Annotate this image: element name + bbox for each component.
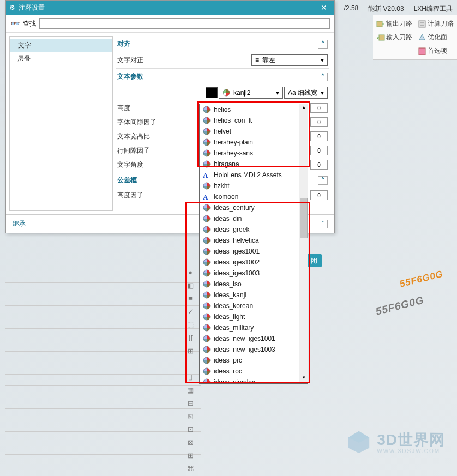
tool-icon[interactable]: ⊠ (186, 438, 195, 447)
font-option[interactable]: AHoloLens MDL2 Assets (200, 170, 308, 180)
tool-icon[interactable]: ⬚ (186, 321, 195, 329)
category-item-text[interactable]: 文字 (10, 39, 112, 52)
tool-icon[interactable]: ⊞ (186, 347, 195, 356)
chevron-up-icon[interactable]: ˄ (318, 176, 328, 185)
font-option[interactable]: hiragana (200, 159, 308, 170)
ribbon-input-toolpath[interactable]: 输入刀路 (375, 32, 413, 43)
scroll-thumb[interactable] (300, 198, 308, 238)
font-option[interactable]: ideas_kanji (200, 290, 308, 300)
font-option[interactable]: helios (200, 104, 308, 115)
ribbon-preferences[interactable]: 首选项 (417, 46, 455, 56)
nengxin-version: 能新 V20.03 (368, 4, 404, 14)
inherit-label: 继承 (13, 219, 26, 228)
ribbon-optimize-face[interactable]: 优化面 (417, 32, 455, 43)
dialog-titlebar[interactable]: ⚙ 注释设置 ✕ (6, 1, 334, 15)
align-left-icon: ≡ (255, 56, 259, 64)
ribbon-calc-toolpath[interactable]: 计算刀路 (417, 19, 455, 29)
font-option[interactable]: Aicomoon (200, 191, 308, 202)
dropdown-scrollbar[interactable]: ▴ ▾ (299, 104, 308, 383)
tool-icon[interactable]: ⊟ (186, 399, 195, 408)
tool-icon[interactable]: ⊞ (186, 451, 195, 460)
vertical-tool-strip: ●◧≡✓⬚⮃⊞≣⌷▦⊟⎘⊡⊠⊞⌘⊞⊡ (184, 268, 196, 476)
search-row: 👓 查找 (6, 15, 334, 33)
svg-rect-1 (419, 21, 425, 27)
font-option[interactable]: ideas_new_iges1001 (200, 333, 308, 344)
category-tree[interactable]: 文字 层叠 (9, 36, 113, 211)
close-button[interactable]: 闭 (306, 254, 322, 267)
font-option[interactable]: hershey-plain (200, 137, 308, 148)
font-option[interactable]: ideas_new_iges1003 (200, 344, 308, 355)
font-option[interactable]: ideas_century (200, 202, 308, 213)
tool-icon[interactable]: ⌷ (186, 373, 195, 382)
chevron-up-icon[interactable]: ˄ (318, 73, 328, 81)
text-align-select[interactable]: ≡ 靠左 ▾ (251, 54, 328, 66)
select-value: Aa 细线宽 (288, 88, 317, 98)
font-name: icomoon (214, 193, 238, 201)
tool-icon[interactable]: ✓ (186, 308, 195, 316)
chevron-down-icon[interactable]: ˅ (318, 220, 328, 228)
font-option[interactable]: ideas_military (200, 322, 308, 333)
category-item-layer[interactable]: 层叠 (10, 52, 112, 65)
font-name: ideas_new_iges1003 (214, 346, 275, 353)
font-option[interactable]: hershey-sans (200, 148, 308, 159)
tool-icon[interactable]: ⊡ (186, 425, 195, 434)
font-option[interactable]: ideas_iges1003 (200, 268, 308, 279)
value-stub[interactable]: 0 (310, 160, 328, 170)
scroll-up-arrow[interactable]: ▴ (299, 104, 308, 113)
section-align[interactable]: 对齐 ˄ (116, 36, 329, 52)
gear-icon: ⚙ (9, 4, 15, 11)
font-option[interactable]: hzkht (200, 180, 308, 191)
chevron-up-icon[interactable]: ˄ (318, 40, 328, 49)
font-option[interactable]: ideas_prc (200, 355, 308, 366)
version-text: /2.58 (344, 4, 359, 14)
tool-icon[interactable]: ▦ (186, 386, 195, 395)
tool-icon[interactable]: ⌘ (186, 465, 195, 473)
tool-icon[interactable]: ≡ (186, 294, 195, 303)
tool-icon[interactable]: ≣ (186, 360, 195, 369)
dialog-title: 注释设置 (19, 3, 45, 13)
value-stub[interactable]: 0 (310, 190, 328, 200)
section-text-param[interactable]: 文本参数 ˄ (116, 68, 329, 85)
font-name: ideas_new_iges1001 (214, 335, 275, 342)
font-name: ideas_korean (214, 302, 253, 310)
font-name: ideas_iso (214, 280, 242, 288)
tool-icon[interactable]: ● (186, 268, 195, 277)
font-option[interactable]: helvet (200, 126, 308, 137)
font-family-select[interactable]: kanji2 ▾ (219, 87, 283, 99)
section-title: 公差框 (117, 176, 137, 185)
value-stub[interactable]: 0 (310, 103, 328, 113)
font-name: ideas_light (214, 313, 245, 321)
font-option[interactable]: ideas_korean (200, 300, 308, 311)
tool-icon[interactable]: ⎘ (186, 412, 195, 421)
font-weight-select[interactable]: Aa 细线宽 ▾ (284, 87, 328, 99)
scroll-down-arrow[interactable]: ▾ (299, 375, 308, 383)
value-stub[interactable]: 0 (310, 117, 328, 127)
text-color-swatch[interactable] (206, 87, 218, 98)
value-stub[interactable]: 0 (310, 146, 328, 155)
font-dropdown-list[interactable]: helioshelios_con_lthelvethershey-plainhe… (199, 104, 308, 384)
font-option[interactable]: ideas_din (200, 213, 308, 224)
font-option[interactable]: ideas_simplex (200, 377, 308, 384)
tool-icon[interactable]: ⮃ (186, 334, 195, 342)
svg-rect-0 (377, 21, 382, 27)
brand-name: 3D世界网 (377, 430, 445, 450)
font-option[interactable]: ideas_light (200, 311, 308, 322)
value-stub[interactable]: 0 (310, 131, 328, 141)
font-name: hzkht (214, 182, 230, 190)
font-option[interactable]: ideas_roc (200, 366, 308, 377)
dialog-close-button[interactable]: ✕ (317, 3, 331, 12)
param-label: 文本宽高比 (117, 132, 177, 141)
font-name: ideas_century (214, 204, 255, 212)
tool-icon[interactable]: ◧ (186, 281, 195, 290)
font-option[interactable]: ideas_helvetica (200, 235, 308, 246)
search-input[interactable] (39, 18, 330, 29)
ribbon-output-toolpath[interactable]: 输出刀路 (375, 19, 413, 29)
height-factor-label: 高度因子 (117, 191, 177, 200)
font-option[interactable]: helios_con_lt (200, 115, 308, 126)
font-option[interactable]: ideas_greek (200, 224, 308, 235)
font-name: hiragana (214, 160, 239, 168)
font-option[interactable]: ideas_iso (200, 279, 308, 290)
font-name: ideas_din (214, 215, 242, 222)
font-option[interactable]: ideas_iges1001 (200, 246, 308, 257)
font-option[interactable]: ideas_iges1002 (200, 257, 308, 268)
